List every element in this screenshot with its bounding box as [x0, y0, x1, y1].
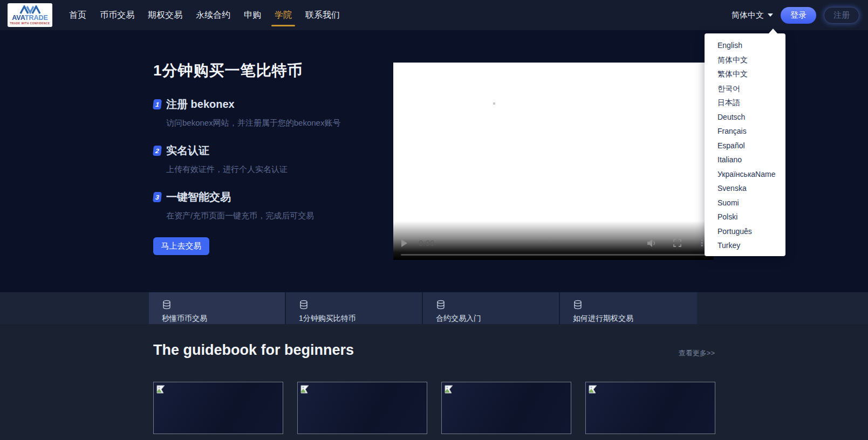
- language-option-polish[interactable]: Polski: [705, 210, 785, 224]
- guidebook-title: The guidebook for beginners: [153, 342, 354, 359]
- language-selector[interactable]: 简体中文: [732, 10, 773, 20]
- language-option-turkish[interactable]: Turkey: [705, 238, 785, 253]
- go-trade-button[interactable]: 马上去交易: [153, 237, 209, 255]
- hero-title: 1分钟购买一笔比特币: [153, 60, 385, 81]
- language-option-swedish[interactable]: Svenska: [705, 181, 785, 196]
- step-title: 一键智能交易: [166, 190, 231, 204]
- coins-icon: [573, 302, 583, 311]
- topics-row: 秒懂币币交易 1分钟购买比特币 合约交易入门: [149, 292, 697, 324]
- language-option-ukrainian[interactable]: УкраїнськаName: [705, 167, 785, 182]
- mute-icon[interactable]: [647, 239, 657, 248]
- broken-image-icon: [589, 385, 598, 396]
- nav-item-options-trading[interactable]: 期权交易: [148, 1, 182, 30]
- logo-wordmark: AVATRADE: [12, 15, 48, 22]
- topic-tab-contract-intro[interactable]: 合约交易入门: [423, 292, 560, 324]
- language-option-spanish[interactable]: Español: [705, 139, 785, 153]
- broken-image-icon: [445, 385, 454, 396]
- broken-image-icon: [300, 385, 310, 396]
- language-selector-label: 简体中文: [732, 10, 764, 20]
- register-button[interactable]: 注册: [824, 7, 859, 24]
- coins-icon: [436, 302, 446, 311]
- play-icon[interactable]: [401, 239, 407, 247]
- topic-tab-spot-trading[interactable]: 秒懂币币交易: [149, 292, 286, 324]
- login-button[interactable]: 登录: [781, 7, 816, 24]
- step-description: 在资产/充币页面一键充币，完成后可交易: [166, 211, 385, 221]
- top-navbar: AVATRADE TRADE WITH CONFIDENCE 首页 币币交易 期…: [0, 0, 868, 30]
- step-description: 上传有效证件，进行个人实名认证: [166, 164, 385, 175]
- step-number-badge: 2: [153, 146, 162, 156]
- nav-menu: 首页 币币交易 期权交易 永续合约 申购 学院 联系我们: [69, 1, 340, 30]
- nav-item-academy[interactable]: 学院: [275, 1, 292, 30]
- topic-label: 合约交易入门: [436, 314, 559, 324]
- language-option-portuguese[interactable]: Português: [705, 224, 785, 239]
- step-title: 实名认证: [166, 143, 209, 158]
- language-option-japanese[interactable]: 日本語: [705, 95, 785, 110]
- language-option-finnish[interactable]: Suomi: [705, 196, 785, 210]
- coins-icon: [299, 302, 309, 311]
- topic-label: 1分钟购买比特币: [299, 314, 422, 324]
- video-current-time: 0:00: [419, 238, 434, 248]
- guidebook-card[interactable]: [297, 382, 427, 434]
- language-option-german[interactable]: Deutsch: [705, 110, 785, 125]
- nav-item-home[interactable]: 首页: [69, 1, 86, 30]
- view-more-link[interactable]: 查看更多>>: [679, 348, 715, 358]
- topic-label: 如何进行期权交易: [573, 314, 697, 324]
- topic-tab-options-trading[interactable]: 如何进行期权交易: [560, 292, 697, 324]
- hero-step-1: 1 注册 bekonex 访问bekonex网站，并注册属于您的bekonex账…: [153, 97, 385, 128]
- avatrade-logo[interactable]: AVATRADE TRADE WITH CONFIDENCE: [8, 3, 52, 27]
- guidebook-card[interactable]: [441, 382, 571, 434]
- nav-item-subscription[interactable]: 申购: [244, 1, 261, 30]
- language-dropdown-menu: English 简体中文 繁体中文 한국어 日本語 Deutsch França…: [705, 33, 785, 256]
- language-option-traditional-chinese[interactable]: 繁体中文: [705, 67, 785, 81]
- caret-down-icon: [768, 13, 773, 17]
- video-loading-dot: [493, 102, 495, 105]
- coins-icon: [162, 302, 172, 311]
- language-option-simplified-chinese[interactable]: 简体中文: [705, 53, 785, 67]
- video-progress-bar[interactable]: [401, 254, 706, 256]
- step-number-badge: 3: [153, 192, 162, 202]
- ava-logo-mark: [19, 5, 41, 14]
- page: 1分钟购买一笔比特币 1 注册 bekonex 访问bekonex网站，并注册属…: [0, 0, 868, 440]
- step-description: 访问bekonex网站，并注册属于您的bekonex账号: [166, 118, 385, 128]
- hero-content: 1分钟购买一笔比特币 1 注册 bekonex 访问bekonex网站，并注册属…: [153, 60, 385, 255]
- nav-item-contact[interactable]: 联系我们: [305, 1, 340, 30]
- fullscreen-icon[interactable]: [673, 239, 681, 247]
- guidebook-card[interactable]: [153, 382, 283, 434]
- broken-image-icon: [156, 385, 166, 396]
- nav-item-perpetual[interactable]: 永续合约: [196, 1, 230, 30]
- step-title: 注册 bekonex: [166, 97, 235, 112]
- language-option-italian[interactable]: Italiano: [705, 153, 785, 167]
- topic-label: 秒懂币币交易: [162, 314, 285, 324]
- step-number-badge: 1: [153, 99, 162, 109]
- language-option-english[interactable]: English: [705, 38, 785, 53]
- hero-step-2: 2 实名认证 上传有效证件，进行个人实名认证: [153, 143, 385, 175]
- guidebook-card[interactable]: [585, 382, 715, 434]
- video-player[interactable]: 0:00 ⋮: [393, 63, 714, 260]
- hero-step-3: 3 一键智能交易 在资产/充币页面一键充币，完成后可交易: [153, 190, 385, 221]
- language-option-korean[interactable]: 한국어: [705, 81, 785, 96]
- topic-tab-buy-bitcoin[interactable]: 1分钟购买比特币: [286, 292, 423, 324]
- video-controls-bar: 0:00 ⋮: [393, 221, 714, 260]
- guidebook-cards-row: [153, 382, 715, 434]
- language-option-french[interactable]: Français: [705, 124, 785, 139]
- logo-tagline: TRADE WITH CONFIDENCE: [10, 22, 50, 25]
- nav-right-group: 简体中文 登录 注册: [732, 7, 859, 24]
- nav-item-spot-trading[interactable]: 币币交易: [100, 1, 134, 30]
